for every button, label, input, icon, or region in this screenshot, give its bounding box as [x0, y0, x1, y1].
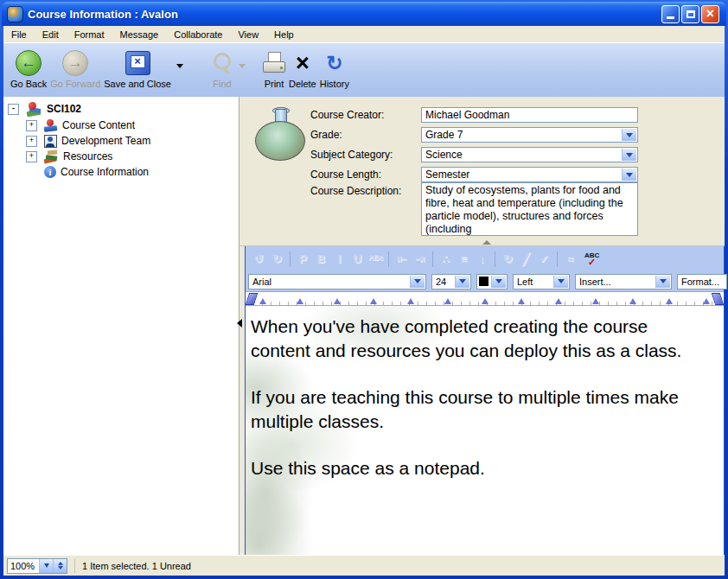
window-controls: × — [661, 5, 719, 23]
menu-help[interactable]: Help — [266, 26, 302, 42]
go-forward-icon: → — [62, 50, 88, 76]
outdent-icon: ⇤ — [393, 251, 411, 268]
dotted-list-icon: ∴ — [437, 251, 455, 268]
chevron-down-icon[interactable] — [655, 276, 670, 288]
format-select[interactable]: Format... — [677, 274, 727, 290]
insert-select[interactable]: Insert... — [575, 274, 672, 290]
delete-button[interactable]: × Delete — [289, 48, 316, 89]
notes-text[interactable]: When you've have completed creating the … — [246, 306, 687, 480]
course-length-select[interactable]: Semester — [421, 167, 638, 182]
menu-view[interactable]: View — [230, 26, 266, 42]
editor-font-toolbar: Arial 24 Left Insert... Format... — [246, 271, 724, 291]
print-label: Print — [265, 79, 284, 89]
collapse-arrow-icon[interactable] — [237, 319, 242, 328]
zoom-value: 100% — [8, 561, 39, 571]
pen-icon: ╱ — [517, 251, 535, 268]
subject-category-label: Subject Category: — [310, 149, 393, 161]
tree-item-resources[interactable]: + Resources — [3, 149, 239, 164]
course-information-label: Course Information — [61, 166, 149, 178]
zoom-dropdown-button[interactable] — [39, 559, 53, 573]
course-length-label: Course Length: — [310, 169, 381, 181]
resources-expander[interactable]: + — [26, 151, 37, 162]
small-caps-icon: ᴬᴮᶜ — [367, 251, 385, 268]
ruler-left-margin-marker[interactable] — [246, 293, 259, 305]
maximize-button[interactable] — [681, 5, 699, 23]
zoom-spinner[interactable] — [53, 559, 67, 573]
save-dropdown-caret[interactable] — [176, 64, 183, 68]
close-button[interactable]: × — [701, 5, 719, 23]
tree-item-course-content[interactable]: + Course Content — [3, 118, 239, 133]
chevron-down-icon[interactable] — [622, 129, 636, 141]
splitter-handle[interactable] — [482, 240, 491, 245]
ruler-right-margin-marker[interactable] — [712, 293, 725, 305]
delete-label: Delete — [289, 79, 316, 89]
close-icon: × — [706, 7, 714, 21]
find-label: Find — [213, 79, 231, 89]
save-and-close-label: Save and Close — [104, 79, 171, 89]
history-icon: ↻ — [322, 51, 347, 75]
history-label: History — [320, 79, 349, 89]
find-dropdown-caret — [239, 64, 246, 68]
redo-icon: ↻ — [268, 251, 286, 268]
spell-check-button[interactable]: ABC ✓ — [584, 252, 599, 266]
find-button: Find — [211, 48, 233, 89]
notes-paragraph: If you are teaching this course to multi… — [251, 385, 687, 434]
alignment-select[interactable]: Left — [513, 274, 570, 290]
development-team-expander[interactable]: + — [26, 136, 37, 147]
grade-label: Grade: — [310, 129, 342, 141]
go-back-button[interactable]: ← Go Back — [10, 48, 47, 89]
font-size-select[interactable]: 24 — [431, 274, 471, 290]
menu-message[interactable]: Message — [112, 26, 167, 42]
course-description-textarea[interactable]: Study of ecosystems, plants for food and… — [421, 182, 638, 236]
root-expander[interactable]: - — [8, 104, 19, 115]
resources-icon — [44, 150, 59, 162]
italic-icon: I — [330, 251, 348, 268]
chevron-down-icon[interactable] — [410, 276, 425, 288]
subject-category-select[interactable]: Science — [421, 147, 638, 162]
chevron-down-icon — [44, 563, 49, 568]
save-and-close-button[interactable]: × Save and Close — [104, 48, 171, 89]
go-forward-button: → Go Forward — [50, 48, 100, 89]
tree-item-course-information[interactable]: i Course Information — [3, 164, 239, 180]
main-toolbar: ← Go Back → Go Forward × Save and Close … — [3, 42, 725, 97]
app-window: Course Information : Avalon × File Edit … — [0, 0, 728, 579]
menu-format[interactable]: Format — [67, 26, 112, 42]
course-creator-input[interactable]: Michael Goodman — [421, 107, 638, 123]
delete-icon: × — [296, 52, 310, 74]
menu-edit[interactable]: Edit — [35, 26, 67, 42]
menu-collaborate[interactable]: Collaborate — [166, 26, 230, 42]
line-spacing-icon: ≡ — [455, 251, 473, 268]
history-button[interactable]: ↻ History — [320, 48, 349, 89]
minimize-button[interactable] — [661, 5, 680, 23]
course-content-expander[interactable]: + — [26, 120, 37, 131]
maximize-icon — [686, 10, 695, 18]
go-forward-label: Go Forward — [50, 79, 100, 89]
chevron-down-icon[interactable] — [622, 149, 636, 161]
tree-item-root[interactable]: - SCI102 — [3, 100, 239, 118]
notes-editor: ↺ ↻ P B I U ᴬᴮᶜ ⇤ ⇥ ∴ ≡ ↓ ↻ ╱ ✓ ≈ ABC ✓ — [245, 246, 725, 555]
signature-icon: ≈ — [561, 251, 579, 268]
course-root-icon — [26, 102, 42, 116]
chevron-down-icon[interactable] — [622, 169, 636, 181]
spinner-down-icon — [58, 566, 63, 569]
menu-file[interactable]: File — [3, 26, 35, 42]
minimize-icon — [667, 16, 674, 19]
development-team-label: Development Team — [61, 135, 150, 147]
find-icon — [211, 51, 233, 76]
chevron-down-icon[interactable] — [491, 276, 506, 288]
go-back-icon: ← — [16, 50, 42, 76]
zoom-control[interactable]: 100% — [7, 558, 67, 574]
bold-icon: B — [312, 251, 330, 268]
notes-canvas[interactable]: When you've have completed creating the … — [246, 306, 724, 555]
tree-item-development-team[interactable]: + Development Team — [3, 133, 239, 149]
course-content-label: Course Content — [62, 119, 135, 131]
menu-bar: File Edit Format Message Collaborate Vie… — [3, 26, 725, 42]
chevron-down-icon[interactable] — [455, 276, 469, 288]
ruler[interactable] — [246, 291, 724, 306]
font-name-select[interactable]: Arial — [248, 274, 426, 290]
font-color-select[interactable] — [476, 274, 508, 290]
notes-paragraph: Use this space as a notepad. — [251, 456, 687, 480]
chevron-down-icon[interactable] — [553, 276, 568, 288]
grade-select[interactable]: Grade 7 — [421, 127, 638, 143]
print-button[interactable]: Print — [263, 48, 285, 89]
